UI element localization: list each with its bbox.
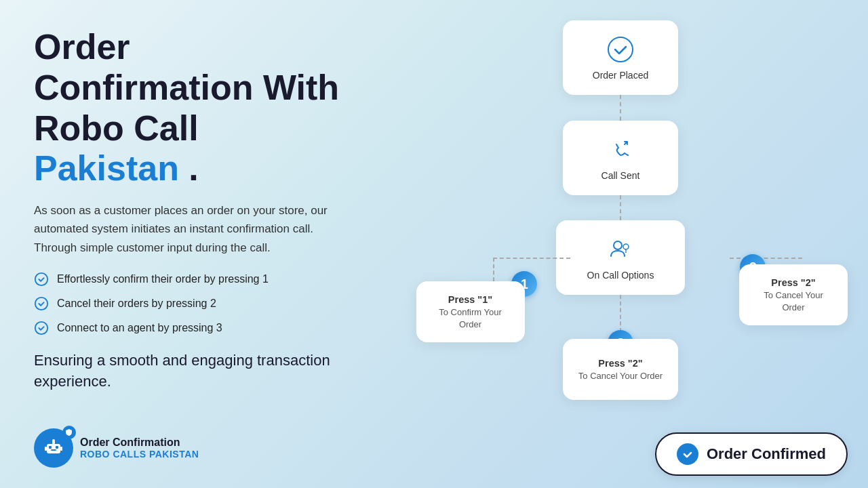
connector-2 [620,195,621,220]
card-press3: Press "2" To Cancel Your Order [563,339,678,400]
svg-point-1 [35,298,47,310]
feature-item-2: Cancel their orders by pressing 2 [34,296,353,311]
card-on-call-label: On Call Options [587,270,654,281]
svg-rect-3 [47,444,60,453]
left-panel: Order Confirmation With Robo Call Pakist… [0,0,380,488]
svg-rect-9 [45,447,47,451]
svg-rect-5 [56,446,58,449]
svg-rect-4 [49,446,52,449]
svg-rect-6 [51,449,56,451]
brand-line1: Order Confirmation [80,436,199,449]
svg-point-2 [35,322,47,334]
order-placed-icon [606,35,635,64]
title-line2: Robo Call [34,108,199,148]
press2-main-label: Press "2" [771,276,815,289]
confirmed-check-icon [677,443,698,465]
card-call-sent: Call Sent [563,121,678,195]
press1-main-label: Press "1" [448,293,492,306]
footer-brand: Order Confirmation ROBO CALLS PAKISTAN [34,428,353,468]
svg-point-0 [35,273,47,285]
card-press1: Press "1" To Confirm Your Order [416,281,525,342]
shield-badge [62,426,76,439]
svg-point-12 [614,241,622,249]
check-icon-1 [34,272,49,287]
press3-main-label: Press "2" [598,357,642,370]
title-line1: Order Confirmation With [34,27,339,107]
svg-point-13 [623,244,629,249]
connector-1 [620,95,621,121]
description-text: As soon as a customer places an order on… [34,201,353,257]
right-panel: Order Placed Call Sent On Call Options [380,0,868,488]
robot-icon-wrap [34,428,73,468]
closing-text: Ensuring a smooth and engaging transacti… [34,350,353,392]
card-order-placed: Order Placed [563,20,678,95]
connector-h-right [730,258,802,259]
svg-point-8 [52,439,55,442]
press1-sub-label: To Confirm Your Order [429,306,513,331]
press2-sub-label: To Cancel Your Order [751,289,835,314]
svg-point-14 [625,251,627,253]
confirmed-checkmark-svg [682,448,694,460]
feature-item-1: Effortlessly confirm their order by pres… [34,272,353,287]
check-icon-2 [34,296,49,311]
svg-rect-10 [60,447,62,451]
order-confirmed-label: Order Confirmed [707,445,826,463]
call-sent-icon [606,135,635,165]
feature-text-1: Effortlessly confirm their order by pres… [57,273,269,285]
connector-h-left [493,258,570,259]
feature-text-3: Connect to an agent by pressing 3 [57,322,222,334]
on-call-icon [606,235,635,264]
press3-sub-label: To Cancel Your Order [578,370,663,382]
robot-svg [41,436,66,460]
card-press2: Press "2" To Cancel Your Order [739,264,848,325]
title-highlight: Pakistan [34,148,179,188]
check-icon-3 [34,321,49,336]
order-confirmed-button[interactable]: Order Confirmed [655,432,848,476]
brand-text: Order Confirmation ROBO CALLS PAKISTAN [80,436,199,460]
flow-container: Order Placed Call Sent On Call Options [393,14,848,434]
shield-icon [65,428,73,436]
card-call-sent-label: Call Sent [601,170,640,181]
connector-down-left [493,258,494,281]
feature-text-2: Cancel their orders by pressing 2 [57,298,216,310]
main-title: Order Confirmation With Robo Call Pakist… [34,27,353,189]
svg-point-11 [608,37,633,62]
card-order-placed-label: Order Placed [593,70,648,81]
brand-line2: ROBO CALLS PAKISTAN [80,449,199,460]
connector-down-center [620,295,621,332]
title-dot: . [179,148,199,188]
features-list: Effortlessly confirm their order by pres… [34,272,353,336]
feature-item-3: Connect to an agent by pressing 3 [34,321,353,336]
card-on-call: On Call Options [556,220,685,295]
